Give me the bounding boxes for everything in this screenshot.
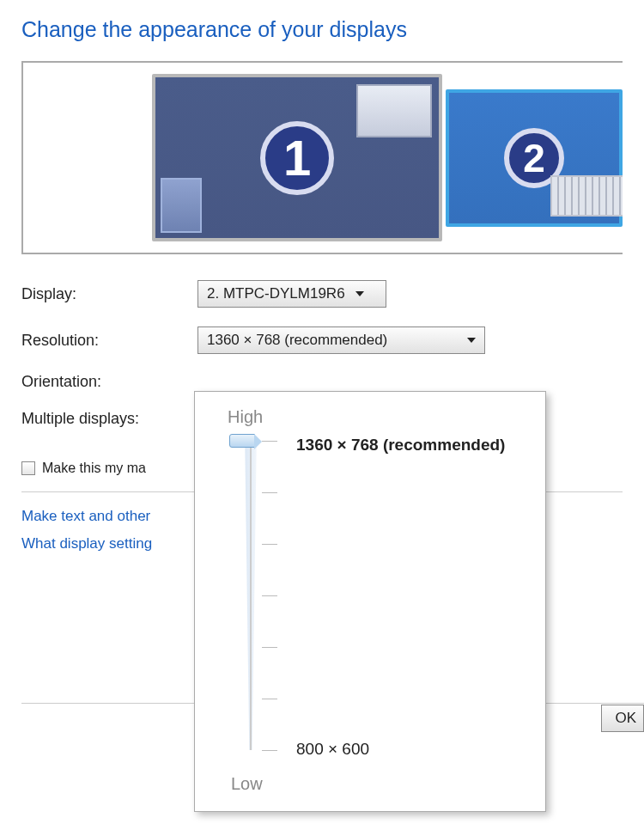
slider-thumb[interactable] [229,434,255,448]
monitor-1[interactable]: 1 [152,74,442,241]
chevron-down-icon [355,291,364,296]
display-label: Display: [21,285,197,303]
multiple-displays-label: Multiple displays: [21,410,197,428]
chevron-down-icon [467,338,476,343]
monitor-preview-area: 1 2 [21,61,623,254]
monitor-1-number: 1 [260,121,334,195]
resolution-dropdown-value: 1360 × 768 (recommended) [207,332,387,349]
make-main-label: Make this my ma [42,461,146,476]
page-title: Change the appearance of your displays [21,17,623,42]
ok-button[interactable]: OK [601,705,644,732]
orientation-label: Orientation: [21,373,197,391]
resolution-dropdown[interactable]: 1360 × 768 (recommended) [197,327,485,354]
window-icon [356,84,432,137]
slider-top-value: 1360 × 768 (recommended) [296,436,505,455]
taskbar-icon [161,178,202,233]
keyboard-icon [550,175,623,217]
monitor-2[interactable]: 2 [446,89,623,227]
slider-high-label: High [228,407,530,427]
resolution-slider-popup: High 1360 × 768 (recommended) 800 × 600 … [194,391,546,812]
slider-ticks [262,441,279,750]
display-dropdown[interactable]: 2. MTPC-DYLM19R6 [197,280,386,308]
resolution-label: Resolution: [21,332,197,350]
make-main-checkbox[interactable] [21,461,35,475]
slider-track [250,441,252,750]
display-dropdown-value: 2. MTPC-DYLM19R6 [207,285,345,302]
slider-bottom-value: 800 × 600 [296,740,369,759]
slider-low-label: Low [231,774,263,794]
